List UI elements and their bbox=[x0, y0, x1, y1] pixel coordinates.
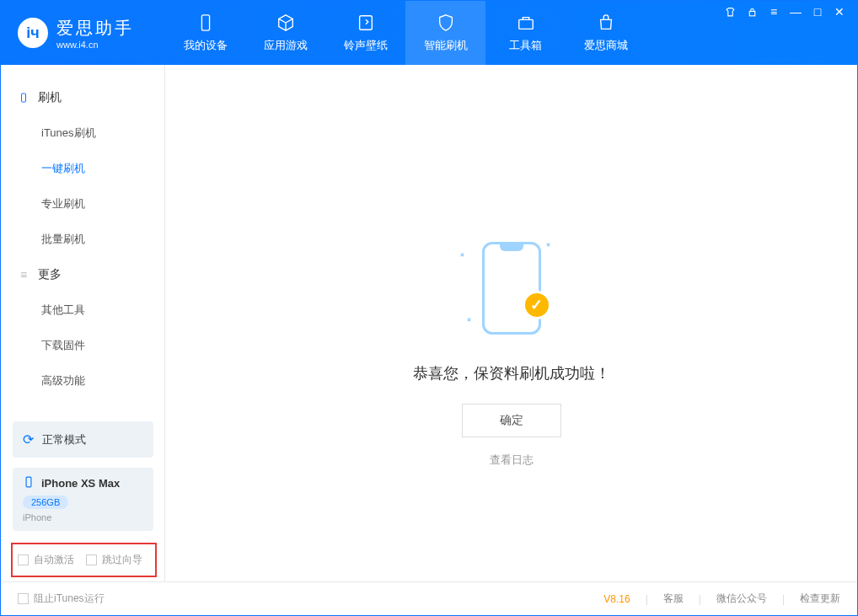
svg-rect-3 bbox=[749, 11, 755, 15]
toolbox-icon bbox=[516, 13, 536, 33]
sidebar-item-pro-flash[interactable]: 专业刷机 bbox=[1, 186, 164, 222]
sidebar-item-batch-flash[interactable]: 批量刷机 bbox=[1, 222, 164, 257]
device-type: iPhone bbox=[23, 512, 143, 522]
menu-icon[interactable]: ≡ bbox=[768, 6, 780, 18]
main-content: ✦ ✦ ✦ ✓ 恭喜您，保资料刷机成功啦！ 确定 查看日志 bbox=[165, 65, 857, 582]
sidebar-item-oneclick-flash[interactable]: 一键刷机 bbox=[1, 151, 164, 186]
logo-area: iч 爱思助手 www.i4.cn bbox=[1, 17, 165, 50]
tab-label: 爱思商城 bbox=[584, 38, 628, 53]
app-logo-icon: iч bbox=[18, 18, 48, 48]
sidebar-section-more: ≡ 更多 bbox=[1, 257, 164, 292]
sidebar-bottom: ⟳ 正常模式 iPhone XS Max 256GB iPhone bbox=[1, 421, 165, 531]
tab-label: 铃声壁纸 bbox=[344, 38, 388, 53]
tab-ringtones-wallpapers[interactable]: 铃声壁纸 bbox=[325, 1, 405, 65]
checkbox-icon bbox=[86, 554, 97, 565]
checkbox-icon bbox=[18, 593, 29, 604]
music-icon bbox=[356, 13, 376, 33]
checkbox-block-itunes[interactable]: 阻止iTunes运行 bbox=[18, 592, 105, 606]
sidebar-section-flash: 刷机 bbox=[1, 80, 164, 115]
device-card[interactable]: iPhone XS Max 256GB iPhone bbox=[13, 468, 153, 531]
sidebar-item-download-firmware[interactable]: 下载固件 bbox=[1, 328, 164, 363]
phone-small-icon bbox=[23, 476, 35, 490]
device-icon bbox=[196, 13, 216, 33]
svg-rect-0 bbox=[201, 15, 209, 30]
check-badge-icon: ✓ bbox=[523, 291, 551, 319]
menu-small-icon: ≡ bbox=[18, 269, 29, 281]
divider: | bbox=[699, 593, 701, 605]
device-name-row: iPhone XS Max bbox=[23, 476, 143, 490]
phone-notch bbox=[500, 244, 523, 251]
svg-rect-6 bbox=[26, 477, 31, 487]
svg-rect-2 bbox=[518, 19, 533, 29]
sparkle-icon: ✦ bbox=[463, 314, 474, 325]
minimize-icon[interactable]: — bbox=[790, 6, 802, 18]
divider: | bbox=[646, 593, 648, 605]
tab-store[interactable]: 爱思商城 bbox=[566, 1, 646, 65]
device-storage: 256GB bbox=[23, 495, 68, 509]
footer-right: V8.16 | 客服 | 微信公众号 | 检查更新 bbox=[603, 592, 840, 606]
phone-icon bbox=[482, 242, 541, 335]
view-log-link[interactable]: 查看日志 bbox=[490, 453, 534, 468]
checkbox-label: 跳过向导 bbox=[102, 553, 142, 567]
body-area: 刷机 iTunes刷机 一键刷机 专业刷机 批量刷机 ≡ 更多 其他工具 下载固… bbox=[1, 65, 857, 582]
success-illustration: ✦ ✦ ✦ ✓ bbox=[457, 233, 566, 343]
shirt-icon[interactable] bbox=[724, 6, 736, 18]
tab-label: 应用游戏 bbox=[264, 38, 308, 53]
window-controls: ≡ — □ ✕ bbox=[712, 1, 857, 23]
tab-toolbox[interactable]: 工具箱 bbox=[485, 1, 566, 65]
divider: | bbox=[782, 593, 785, 605]
footer-link-wechat[interactable]: 微信公众号 bbox=[716, 592, 767, 606]
app-subtitle: www.i4.cn bbox=[56, 40, 134, 50]
header: iч 爱思助手 www.i4.cn 我的设备 应用游戏 铃声壁纸 智能刷机 工具… bbox=[1, 1, 857, 65]
bottom-checks-highlight: 自动激活 跳过向导 bbox=[11, 543, 157, 577]
device-small-icon bbox=[18, 92, 29, 104]
logo-text: 爱思助手 www.i4.cn bbox=[56, 17, 134, 50]
success-message: 恭喜您，保资料刷机成功啦！ bbox=[413, 363, 610, 383]
mode-label: 正常模式 bbox=[42, 432, 86, 447]
section-title: 刷机 bbox=[38, 90, 62, 105]
tab-label: 我的设备 bbox=[184, 38, 228, 53]
sparkle-icon: ✦ bbox=[456, 249, 467, 260]
checkbox-label: 阻止iTunes运行 bbox=[34, 592, 105, 606]
nav-tabs: 我的设备 应用游戏 铃声壁纸 智能刷机 工具箱 爱思商城 bbox=[165, 1, 646, 65]
tab-smart-flash[interactable]: 智能刷机 bbox=[405, 1, 485, 65]
footer-link-support[interactable]: 客服 bbox=[663, 592, 684, 606]
tab-label: 智能刷机 bbox=[424, 38, 468, 53]
version-label: V8.16 bbox=[603, 593, 630, 605]
ok-button[interactable]: 确定 bbox=[462, 404, 561, 437]
tab-label: 工具箱 bbox=[509, 38, 542, 53]
sparkle-icon: ✦ bbox=[542, 239, 553, 250]
tab-my-device[interactable]: 我的设备 bbox=[165, 1, 245, 65]
footer: 阻止iTunes运行 V8.16 | 客服 | 微信公众号 | 检查更新 bbox=[1, 581, 857, 615]
checkbox-icon bbox=[18, 554, 29, 565]
tab-apps-games[interactable]: 应用游戏 bbox=[245, 1, 325, 65]
app-title: 爱思助手 bbox=[56, 17, 134, 40]
checkbox-skip-guide[interactable]: 跳过向导 bbox=[86, 553, 142, 567]
sync-icon: ⟳ bbox=[23, 431, 34, 447]
sidebar: 刷机 iTunes刷机 一键刷机 专业刷机 批量刷机 ≡ 更多 其他工具 下载固… bbox=[1, 65, 165, 582]
bag-icon bbox=[596, 13, 616, 33]
close-icon[interactable]: ✕ bbox=[834, 6, 845, 18]
checkbox-label: 自动激活 bbox=[34, 553, 74, 567]
sidebar-item-itunes-flash[interactable]: iTunes刷机 bbox=[1, 115, 164, 151]
shield-icon bbox=[436, 13, 456, 33]
section-title: 更多 bbox=[38, 267, 62, 282]
svg-rect-1 bbox=[359, 16, 372, 30]
checkbox-auto-activate[interactable]: 自动激活 bbox=[18, 553, 74, 567]
lock-icon[interactable] bbox=[746, 6, 758, 18]
footer-link-check-update[interactable]: 检查更新 bbox=[800, 592, 840, 606]
device-name: iPhone XS Max bbox=[41, 477, 120, 490]
maximize-icon[interactable]: □ bbox=[812, 6, 823, 18]
sidebar-item-other-tools[interactable]: 其他工具 bbox=[1, 292, 164, 328]
sidebar-item-advanced[interactable]: 高级功能 bbox=[1, 363, 164, 399]
mode-card[interactable]: ⟳ 正常模式 bbox=[13, 421, 153, 458]
cube-icon bbox=[276, 13, 296, 33]
svg-rect-5 bbox=[22, 94, 26, 102]
